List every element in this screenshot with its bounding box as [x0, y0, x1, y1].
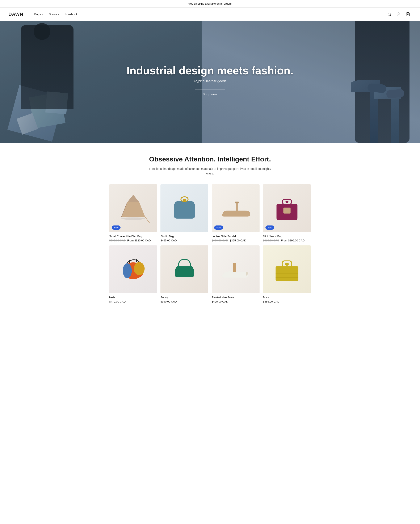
products-section: Obsessive Attention. Intelligent Effort.… [0, 143, 420, 316]
header-icons [385, 10, 411, 18]
product-image-wrap [109, 245, 157, 293]
svg-rect-12 [235, 201, 239, 203]
price-original: $430.00 CAD [212, 239, 228, 242]
hero-content: Industrial design meets fashion. Atypica… [127, 64, 294, 99]
product-grid: SaleSmall Convertible Flex Bag$395.00 CA… [109, 184, 311, 303]
product-prices: $495.00 CAD [212, 300, 260, 303]
product-name: Bo Ivy [160, 296, 208, 299]
nav-bags[interactable]: Bags ▾ [32, 11, 45, 18]
nav-shoes-label: Shoes [49, 13, 57, 16]
svg-line-1 [390, 15, 391, 16]
nav-shoes-chevron: ▾ [58, 13, 59, 15]
product-image-wrap [160, 245, 208, 293]
svg-rect-21 [136, 259, 137, 262]
section-title: Obsessive Attention. Intelligent Effort. [9, 155, 411, 163]
product-card[interactable]: Studio Bag$465.00 CAD [160, 184, 208, 242]
product-image-wrap: Sale [263, 184, 311, 232]
nav: Bags ▾ Shoes ▾ Lookbook [32, 11, 385, 18]
product-image-wrap: Sale [212, 184, 260, 232]
svg-point-18 [123, 263, 132, 278]
product-card[interactable]: SaleSmall Convertible Flex Bag$395.00 CA… [109, 184, 157, 242]
hero-cta-button[interactable]: Shop now [195, 89, 226, 99]
section-subtitle: Functional handbags made of luxurious ma… [147, 166, 273, 176]
sale-badge: Sale [112, 226, 121, 230]
product-image [212, 184, 260, 232]
svg-rect-16 [285, 201, 288, 203]
price-regular: $470.00 CAD [109, 300, 126, 303]
product-image [263, 245, 311, 293]
product-image [109, 245, 157, 293]
search-icon [387, 12, 391, 16]
price-sale: From $299.00 CAD [281, 239, 305, 242]
product-name: Studio Bag [160, 235, 208, 238]
svg-point-7 [121, 218, 145, 220]
sale-badge: Sale [214, 226, 223, 230]
account-button[interactable] [395, 10, 402, 18]
product-card[interactable]: SaleLouise Slide Sandal$430.00 CAD$395.0… [212, 184, 260, 242]
hero-section: Industrial design meets fashion. Atypica… [0, 21, 420, 143]
svg-rect-14 [283, 208, 290, 214]
price-regular: $495.00 CAD [212, 300, 228, 303]
search-button[interactable] [385, 10, 393, 18]
svg-point-2 [398, 13, 399, 14]
product-image-wrap: Sale [109, 184, 157, 232]
price-regular: $385.00 CAD [263, 300, 279, 303]
product-name: Louise Slide Sandal [212, 235, 260, 238]
product-prices: $315.00 CADFrom $299.00 CAD [263, 239, 311, 242]
product-image-wrap [160, 184, 208, 232]
product-name: Pleated Heel Mule [212, 296, 260, 299]
product-image-wrap [263, 245, 311, 293]
hero-subtitle: Atypical leather goods [127, 79, 294, 83]
product-prices: $470.00 CAD [109, 300, 157, 303]
price-sale: $395.00 CAD [230, 239, 246, 242]
price-regular: $390.00 CAD [160, 300, 177, 303]
cart-button[interactable] [404, 10, 411, 18]
price-sale: From $320.00 CAD [127, 239, 151, 242]
svg-marker-4 [121, 202, 145, 217]
product-image-wrap [212, 245, 260, 293]
logo[interactable]: DAWN [9, 12, 23, 17]
nav-lookbook-label: Lookbook [65, 13, 78, 16]
svg-rect-20 [129, 260, 130, 263]
header: DAWN Bags ▾ Shoes ▾ Lookbook [0, 8, 420, 21]
product-prices: $465.00 CAD [160, 239, 208, 242]
nav-bags-label: Bags [34, 13, 41, 16]
nav-bags-chevron: ▾ [42, 13, 43, 15]
product-image [160, 184, 208, 232]
svg-rect-10 [183, 199, 186, 201]
sale-badge: Sale [265, 226, 274, 230]
product-name: Brick [263, 296, 311, 299]
svg-rect-22 [233, 263, 236, 272]
price-original: $395.00 CAD [109, 239, 126, 242]
announcement-bar: Free shipping available on all orders! [0, 0, 420, 8]
product-prices: $385.00 CAD [263, 300, 311, 303]
price-original: $315.00 CAD [263, 239, 279, 242]
announcement-text: Free shipping available on all orders! [188, 2, 232, 5]
product-card[interactable]: Helix$470.00 CAD [109, 245, 157, 303]
nav-lookbook[interactable]: Lookbook [62, 11, 80, 18]
product-name: Mini Naomi Bag [263, 235, 311, 238]
cart-icon [406, 12, 410, 16]
product-image [212, 245, 260, 293]
product-card[interactable]: Bo Ivy$390.00 CAD [160, 245, 208, 303]
product-image [160, 245, 208, 293]
account-icon [396, 12, 401, 16]
svg-rect-28 [285, 263, 289, 266]
product-prices: $395.00 CADFrom $320.00 CAD [109, 239, 157, 242]
product-name: Helix [109, 296, 157, 299]
price-regular: $465.00 CAD [160, 239, 177, 242]
svg-line-8 [145, 217, 149, 223]
hero-title: Industrial design meets fashion. [127, 64, 294, 77]
product-prices: $430.00 CAD$395.00 CAD [212, 239, 260, 242]
product-card[interactable]: Pleated Heel Mule$495.00 CAD [212, 245, 260, 303]
product-card[interactable]: Brick$385.00 CAD [263, 245, 311, 303]
svg-point-19 [134, 262, 144, 275]
svg-rect-11 [236, 202, 238, 211]
svg-marker-5 [127, 195, 139, 202]
product-card[interactable]: SaleMini Naomi Bag$315.00 CADFrom $299.0… [263, 184, 311, 242]
nav-shoes[interactable]: Shoes ▾ [46, 11, 61, 18]
product-name: Small Convertible Flex Bag [109, 235, 157, 238]
svg-point-0 [388, 13, 390, 15]
product-image [109, 184, 157, 232]
product-image [263, 184, 311, 232]
